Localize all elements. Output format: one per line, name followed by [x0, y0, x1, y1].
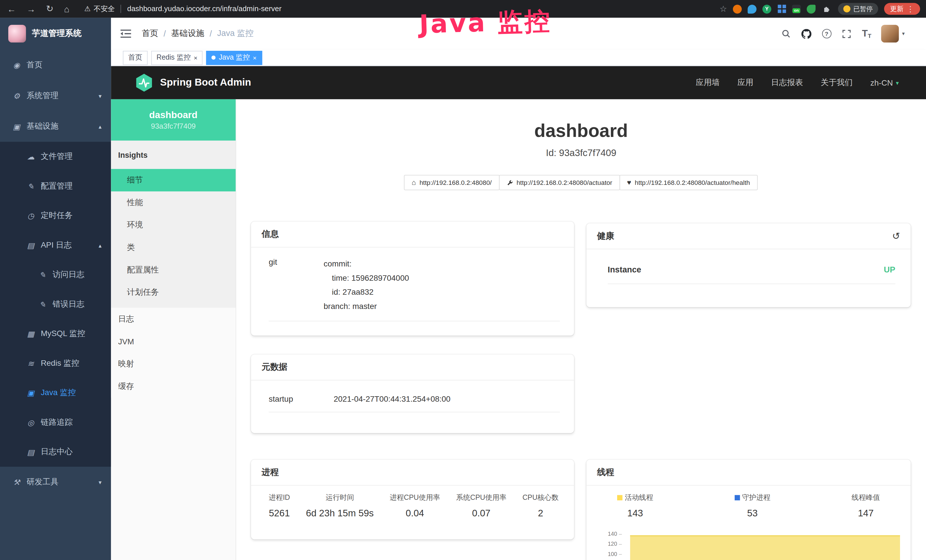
sba-nav-applications[interactable]: 应用 — [737, 77, 754, 88]
sba-menu-scheduled-tasks[interactable]: 计划任务 — [111, 281, 236, 304]
update-button[interactable]: 更新 ⋮ — [884, 3, 920, 15]
health-url-link[interactable]: ♥ http://192.168.0.2:48080/actuator/heal… — [619, 175, 758, 190]
topbar-actions: ? TT ▾ — [781, 25, 926, 42]
browser-home-icon[interactable]: ⌂ — [64, 4, 70, 14]
sba-nav-about[interactable]: 关于我们 — [821, 77, 853, 88]
process-card: 进程 进程ID 5261 运行时间 6d 23h 15m 59s 进程CPU使用… — [251, 460, 574, 539]
health-card: 健康 ↺ Instance UP — [586, 223, 911, 307]
user-menu[interactable]: ▾ — [882, 25, 905, 42]
sidebar-item-java[interactable]: ▣ Java 监控 — [0, 378, 111, 408]
base-url-link[interactable]: ⌂ http://192.168.0.2:48080/ — [404, 175, 500, 190]
tab-java[interactable]: Java 监控 × — [206, 50, 262, 65]
health-row-instance[interactable]: Instance UP — [608, 265, 895, 284]
extension-icon[interactable] — [733, 5, 742, 14]
sba-nav-wallboard[interactable]: 应用墙 — [696, 77, 720, 88]
monitor-icon: ▣ — [26, 389, 35, 397]
sba-brand[interactable]: Spring Boot Admin — [160, 77, 251, 88]
active-tab-dot — [212, 56, 216, 60]
help-icon[interactable]: ? — [822, 29, 831, 38]
sidebar-item-label: 定时任务 — [41, 210, 73, 221]
tab-redis[interactable]: Redis 监控 × — [151, 50, 203, 65]
forward-icon[interactable]: → — [27, 4, 35, 14]
sidebar-item-system[interactable]: ⚙ 系统管理 ▾ — [0, 80, 111, 111]
sidebar-item-mysql[interactable]: ▦ MySQL 监控 — [0, 319, 111, 349]
sidebar-item-label: 文件管理 — [41, 151, 73, 162]
locale-select[interactable]: zh-CN ▾ — [870, 78, 899, 87]
actuator-url-link[interactable]: http://192.168.0.2:48080/actuator — [499, 175, 620, 190]
stat-value: 0.04 — [390, 508, 440, 519]
sba-nav-journal[interactable]: 日志报表 — [771, 77, 803, 88]
address-url[interactable]: dashboard.yudao.iocoder.cn/infra/admin-s… — [127, 5, 281, 13]
breadcrumb-home[interactable]: 首页 — [142, 28, 158, 39]
close-tab-icon[interactable]: × — [253, 54, 257, 61]
database-icon: ▦ — [26, 329, 35, 338]
stat-label: 系统CPU使用率 — [456, 493, 507, 502]
sba-menu-metrics[interactable]: 性能 — [111, 191, 236, 214]
sidebar-item-home[interactable]: ◉ 首页 — [0, 50, 111, 80]
extensions-puzzle-icon[interactable] — [822, 3, 832, 14]
github-icon[interactable] — [801, 28, 812, 39]
threads-stats: 活动线程 143 守护进程 53 线程峰值 147 — [586, 486, 911, 519]
tab-home[interactable]: 首页 — [123, 50, 148, 65]
extension-icon[interactable] — [748, 5, 757, 14]
history-icon[interactable]: ↺ — [892, 230, 900, 242]
info-value: commit: time: 1596289704000 id: 27aa832 … — [324, 257, 409, 314]
fullscreen-icon[interactable] — [841, 28, 852, 39]
browser-menu-icon[interactable]: ⋮ — [906, 5, 914, 14]
app-logo — [8, 25, 26, 42]
browser-toolbar-right: ☆ Y on 已暂停 更新 ⋮ — [720, 3, 926, 15]
sba-menu-environment[interactable]: 环境 — [111, 214, 236, 236]
extension-icon[interactable] — [777, 5, 786, 14]
sidebar-item-api-log[interactable]: ▤ API 日志 ▴ — [0, 230, 111, 260]
reload-icon[interactable]: ↻ — [46, 3, 54, 14]
info-card: 信息 git commit: time: 1596289704000 id: 2… — [251, 222, 574, 336]
search-icon[interactable] — [781, 28, 791, 39]
breadcrumb-infra[interactable]: 基础设施 — [171, 28, 204, 39]
sba-menu-classes[interactable]: 类 — [111, 236, 236, 259]
sidebar-item-file[interactable]: ☁ 文件管理 — [0, 142, 111, 171]
sidebar-item-log-center[interactable]: ▤ 日志中心 — [0, 437, 111, 467]
chevron-down-icon: ▾ — [99, 479, 101, 485]
link-label: http://192.168.0.2:48080/actuator/health — [635, 179, 750, 186]
chevron-down-icon: ▾ — [896, 80, 899, 86]
close-tab-icon[interactable]: × — [194, 54, 197, 61]
stat-label: 进程CPU使用率 — [390, 493, 440, 502]
bookmark-star-icon[interactable]: ☆ — [720, 4, 727, 14]
eye-icon: ◎ — [26, 418, 35, 427]
sidebar-item-error-log[interactable]: ✎ 错误日志 — [0, 289, 111, 319]
security-warning-label[interactable]: 不安全 — [94, 4, 115, 14]
chevron-down-icon: ▾ — [902, 31, 905, 37]
sidebar-item-trace[interactable]: ◎ 链路追踪 — [0, 408, 111, 437]
sidebar-item-job[interactable]: ◷ 定时任务 — [0, 201, 111, 230]
sba-header: Spring Boot Admin 应用墙 应用 日志报表 关于我们 zh-CN… — [111, 66, 926, 99]
sidebar-item-label: 日志中心 — [41, 447, 73, 457]
back-icon[interactable]: ← — [7, 4, 16, 14]
sidebar-item-access-log[interactable]: ✎ 访问日志 — [0, 260, 111, 289]
sidebar-item-devtools[interactable]: ⚒ 研发工具 ▾ — [0, 467, 111, 498]
instance-header[interactable]: dashboard 93a3fc7f7409 — [111, 99, 236, 141]
extension-icon[interactable] — [807, 5, 816, 14]
stat-peak-threads: 线程峰值 147 — [852, 493, 880, 519]
info-card-body: git commit: time: 1596289704000 id: 27aa… — [251, 248, 574, 321]
extension-icon[interactable]: Y — [762, 5, 771, 14]
font-size-icon[interactable]: TT — [862, 28, 871, 39]
sidebar-item-infra[interactable]: ▣ 基础设施 ▴ — [0, 111, 111, 142]
hamburger-icon[interactable] — [120, 30, 131, 38]
sba-logo-icon[interactable] — [135, 73, 153, 92]
page-title: dashboard — [236, 120, 926, 142]
sba-menu-jvm[interactable]: JVM — [111, 330, 236, 353]
main-content: dashboard Id: 93a3fc7f7409 ⌂ http://192.… — [236, 99, 926, 560]
sba-menu-details[interactable]: 细节 — [111, 169, 236, 191]
clock-icon: ◷ — [26, 211, 35, 220]
sba-menu-mappings[interactable]: 映射 — [111, 353, 236, 375]
sba-menu-config-props[interactable]: 配置属性 — [111, 259, 236, 281]
paused-badge[interactable]: 已暂停 — [838, 3, 878, 15]
proxy-extension-icon[interactable]: on — [792, 5, 801, 14]
sidebar-item-redis[interactable]: ≋ Redis 监控 — [0, 349, 111, 378]
health-row-label: Instance — [608, 265, 642, 274]
sba-menu-caches[interactable]: 缓存 — [111, 375, 236, 398]
app-logo-row[interactable]: 芋道管理系统 — [0, 18, 111, 50]
sba-menu-logs[interactable]: 日志 — [111, 308, 236, 330]
stat-value: 147 — [852, 508, 880, 519]
sidebar-item-config[interactable]: ✎ 配置管理 — [0, 171, 111, 201]
